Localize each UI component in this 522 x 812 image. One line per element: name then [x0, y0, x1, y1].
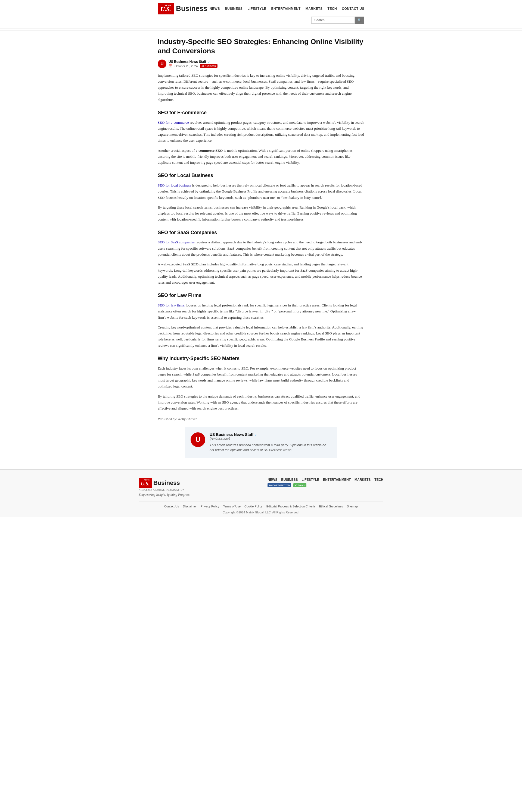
- footer-link-privacy[interactable]: Privacy Policy: [201, 505, 219, 508]
- tag-icon: 🏷: [201, 65, 204, 67]
- footer-nav: NEWS BUSINESS LIFESTYLE ENTERTAINMENT MA…: [267, 478, 383, 481]
- section-heading-ecommerce: SEO for E-commerce: [158, 109, 364, 117]
- author-card-name: US Business News Staff: [209, 432, 254, 437]
- law-para-1: SEO for law firms focuses on helping leg…: [158, 302, 364, 321]
- local-business-link[interactable]: SEO for local business: [158, 183, 191, 187]
- footer-link-editorial[interactable]: Editorial Process & Selection Criteria: [266, 505, 315, 508]
- ecommerce-link[interactable]: SEO for e-commerce: [158, 120, 189, 124]
- footer-logo-box: NEWS U.S. Business: [139, 478, 189, 488]
- author-card: U US Business News Staff ✓ (Ambassador) …: [185, 427, 337, 458]
- footer-link-ethical[interactable]: Ethical Guidelines: [319, 505, 343, 508]
- footer-nav-lifestyle[interactable]: LIFESTYLE: [302, 478, 319, 481]
- author-avatar: U: [158, 60, 166, 68]
- calendar-icon: 📅: [168, 64, 173, 68]
- footer-link-cookie[interactable]: Cookie Policy: [244, 505, 263, 508]
- author-line: U US Business News Staff ✓ 📅 October 20,…: [158, 60, 364, 68]
- author-name: US Business News Staff: [168, 60, 206, 64]
- logo-box: NEWS U.S.: [158, 3, 174, 15]
- footer-logo-business: Business: [153, 479, 180, 487]
- secure-badge: ✓ Secure: [293, 483, 306, 487]
- footer-copyright: Copyright ©2024 Matrix Global, LLC. All …: [139, 511, 383, 514]
- law-para-2: Creating keyword-optimized content that …: [158, 324, 364, 349]
- footer-nav-business[interactable]: BUSINESS: [281, 478, 298, 481]
- nav-contact[interactable]: CONTACT US: [342, 7, 364, 11]
- footer-nav-entertainment[interactable]: ENTERTAINMENT: [323, 478, 351, 481]
- search-input[interactable]: [311, 17, 355, 24]
- nav-lifestyle[interactable]: LIFESTYLE: [247, 7, 266, 11]
- search-button[interactable]: 🔍: [355, 17, 364, 24]
- ecommerce-para-1: SEO for e-commerce revolves around optim…: [158, 120, 364, 144]
- footer-nav-tech[interactable]: TECH: [374, 478, 383, 481]
- article-main: Industry-Specific SEO Strategies: Enhanc…: [152, 32, 370, 469]
- ecommerce-para-2: Another crucial aspect of e-commerce SEO…: [158, 148, 364, 166]
- local-para-1: SEO for local business is designed to he…: [158, 182, 364, 201]
- dmca-badge: DMCA PROTECTED: [267, 483, 291, 487]
- saas-para-1: SEO for SaaS companies requires a distin…: [158, 239, 364, 258]
- footer-badges: DMCA PROTECTED ✓ Secure: [267, 483, 383, 487]
- footer-inner: NEWS U.S. Business A MATRIX GLOBAL PUBLI…: [139, 478, 383, 514]
- footer-logo-news: NEWS: [141, 479, 149, 481]
- header-divider: [0, 30, 522, 31]
- header: NEWS U.S. Business NEWS BUSINESS LIFESTY…: [0, 0, 522, 29]
- section-heading-why: Why Industry-Specific SEO Matters: [158, 355, 364, 363]
- section-heading-local: SEO for Local Business: [158, 172, 364, 180]
- law-firms-link[interactable]: SEO for law firms: [158, 303, 185, 307]
- nav-business[interactable]: BUSINESS: [225, 7, 242, 11]
- category-tag[interactable]: 🏷 Business: [200, 64, 218, 68]
- saas-para-2: A well-executed SaaS SEO plan includes h…: [158, 261, 364, 285]
- main-nav: NEWS BUSINESS LIFESTYLE ENTERTAINMENT MA…: [209, 7, 364, 11]
- footer-link-terms[interactable]: Terms of Use: [223, 505, 241, 508]
- author-name-line: US Business News Staff ✓: [168, 60, 218, 64]
- author-meta: 📅 October 20, 2024 🏷 Business: [168, 64, 218, 68]
- author-card-description: This article features branded content fr…: [209, 443, 332, 453]
- footer-links: Contact Us Disclaimer Privacy Policy Ter…: [139, 505, 383, 508]
- nav-tech[interactable]: TECH: [328, 7, 337, 11]
- footer-tagline: Empowering Insight. Igniting Progress: [139, 493, 189, 497]
- logo-area: NEWS U.S. Business: [158, 3, 207, 15]
- footer-link-contact[interactable]: Contact Us: [164, 505, 179, 508]
- published-by: Published by: Nelly Chavez: [158, 417, 364, 421]
- section-heading-law: SEO for Law Firms: [158, 292, 364, 300]
- footer: NEWS U.S. Business A MATRIX GLOBAL PUBLI…: [0, 469, 522, 517]
- author-card-name-line: US Business News Staff ✓: [209, 432, 332, 437]
- search-bar-area: 🔍: [152, 15, 370, 26]
- author-card-role: (Ambassador): [209, 437, 332, 440]
- saas-bold: SaaS SEO: [182, 262, 199, 266]
- author-card-verified: ✓: [255, 433, 257, 436]
- footer-link-disclaimer[interactable]: Disclaimer: [183, 505, 197, 508]
- logo-us: U.S.: [160, 6, 171, 13]
- logo-business: Business: [176, 4, 207, 13]
- author-info: US Business News Staff ✓ 📅 October 20, 2…: [168, 60, 218, 68]
- search-container: 🔍: [311, 17, 364, 24]
- article-title: Industry-Specific SEO Strategies: Enhanc…: [158, 37, 364, 56]
- article-date: October 20, 2024: [175, 64, 198, 68]
- footer-logo-area: NEWS U.S. Business A MATRIX GLOBAL PUBLI…: [139, 478, 189, 497]
- nav-news[interactable]: NEWS: [209, 7, 220, 11]
- footer-nav-news[interactable]: NEWS: [267, 478, 277, 481]
- why-para-2: By tailoring SEO strategies to the uniqu…: [158, 394, 364, 412]
- footer-right: NEWS BUSINESS LIFESTYLE ENTERTAINMENT MA…: [267, 478, 383, 487]
- nav-markets[interactable]: MARKETS: [306, 7, 323, 11]
- footer-divider: [139, 501, 383, 501]
- footer-logo-us: U.S.: [141, 481, 149, 487]
- ecommerce-bold: e-commerce SEO: [196, 148, 223, 153]
- footer-link-sitemap[interactable]: Sitemap: [347, 505, 358, 508]
- footer-subtitle: A MATRIX GLOBAL PUBLICATION: [139, 489, 189, 491]
- section-heading-saas: SEO for SaaS Companies: [158, 229, 364, 237]
- nav-entertainment[interactable]: ENTERTAINMENT: [271, 7, 300, 11]
- footer-nav-markets[interactable]: MARKETS: [355, 478, 370, 481]
- local-para-2: By targeting these local search terms, b…: [158, 204, 364, 223]
- saas-link[interactable]: SEO for SaaS companies: [158, 240, 195, 244]
- why-para-1: Each industry faces its own challenges w…: [158, 365, 364, 390]
- footer-top: NEWS U.S. Business A MATRIX GLOBAL PUBLI…: [139, 478, 383, 497]
- verified-icon: ✓: [208, 60, 210, 63]
- footer-logo-red: NEWS U.S.: [139, 478, 152, 488]
- author-card-info: US Business News Staff ✓ (Ambassador) Th…: [209, 432, 332, 453]
- author-card-avatar: U: [190, 432, 205, 447]
- article-body: Implementing tailored SEO strategies for…: [158, 73, 364, 412]
- category-label: Business: [205, 64, 216, 67]
- intro-paragraph: Implementing tailored SEO strategies for…: [158, 73, 364, 103]
